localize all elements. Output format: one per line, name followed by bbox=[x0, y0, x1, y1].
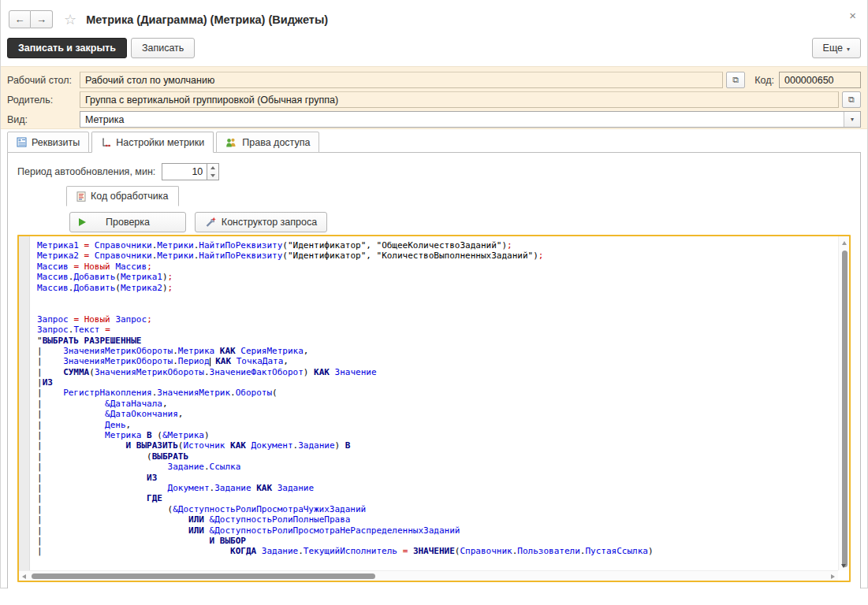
desktop-field[interactable]: Рабочий стол по умолчанию bbox=[80, 72, 723, 88]
code-line: | ИЛИ &ДоступностьРолиПросмотраНеРаспред… bbox=[37, 525, 838, 536]
tab-access-rights[interactable]: Права доступа bbox=[216, 132, 319, 153]
play-icon bbox=[79, 218, 86, 226]
code-line: Массив.Добавить(Метрика2); bbox=[37, 283, 838, 293]
main-tabs: Реквизиты Настройки метрики Права доступ… bbox=[7, 132, 861, 152]
kind-label: Вид: bbox=[7, 114, 80, 125]
form-icon bbox=[17, 137, 27, 147]
forward-icon: → bbox=[36, 13, 47, 25]
parent-label: Родитель: bbox=[7, 95, 80, 106]
metric-settings-panel: Период автообновления, мин: Код обработч… bbox=[7, 152, 861, 588]
nav-buttons: ← → bbox=[9, 10, 53, 28]
scroll-up-icon[interactable] bbox=[842, 241, 847, 245]
tab-label: Настройки метрики bbox=[116, 137, 204, 148]
window-title: Метрика (Диаграмма) (Метрика) (Виджеты) bbox=[86, 13, 328, 26]
code-line: | &ДатаОкончания, bbox=[37, 409, 838, 419]
close-icon[interactable]: × bbox=[849, 9, 856, 21]
horizontal-scroll-thumb[interactable] bbox=[32, 573, 375, 579]
code-document-icon bbox=[76, 191, 86, 202]
kind-row: Вид: Метрика ▾ bbox=[7, 111, 861, 128]
users-icon bbox=[225, 137, 237, 147]
vertical-scrollbar[interactable] bbox=[838, 236, 849, 570]
refresh-period-label: Период автообновления, мин: bbox=[17, 166, 155, 177]
form-fields-area: Рабочий стол: Рабочий стол по умолчанию … bbox=[1, 66, 867, 129]
more-label: Еще bbox=[823, 43, 843, 54]
parent-field[interactable]: Группа с вертикальной группировкой (Обыч… bbox=[80, 91, 839, 108]
code-line: | И ВЫРАЗИТЬ(Источник КАК Документ.Задан… bbox=[37, 440, 838, 451]
scroll-down-icon[interactable] bbox=[841, 564, 846, 568]
code-line: | &ДатаНачала, bbox=[37, 399, 838, 409]
chevron-down-icon: ▾ bbox=[851, 116, 854, 123]
refresh-period-stepper[interactable] bbox=[207, 163, 219, 180]
code-line bbox=[37, 293, 838, 303]
titlebar: ← → ☆ Метрика (Диаграмма) (Метрика) (Вид… bbox=[1, 0, 867, 36]
axes-icon bbox=[101, 137, 111, 147]
code-field[interactable]: 000000650 bbox=[779, 72, 861, 88]
code-line: | Задание.Ссылка bbox=[37, 462, 838, 472]
code-line: | ИЗ bbox=[37, 473, 838, 483]
code-line: | КОГДА Задание.ТекущийИсполнитель = ЗНА… bbox=[37, 546, 838, 556]
step-up-icon[interactable] bbox=[207, 164, 218, 172]
parent-row: Родитель: Группа с вертикальной группиро… bbox=[7, 91, 861, 108]
code-line: Метрика2 = Справочники.Метрики.НайтиПоРе… bbox=[37, 251, 838, 261]
step-down-icon[interactable] bbox=[207, 172, 218, 180]
tab-requisites[interactable]: Реквизиты bbox=[7, 132, 89, 153]
code-line: |ИЗ bbox=[37, 377, 838, 388]
kind-value: Метрика bbox=[85, 114, 124, 125]
code-line: Массив.Добавить(Метрика1); bbox=[37, 272, 838, 282]
code-line: | Документ.Задание КАК Задание bbox=[37, 483, 838, 493]
save-button[interactable]: Записать bbox=[131, 38, 195, 58]
tab-label: Реквизиты bbox=[32, 137, 80, 148]
chevron-down-icon: ▾ bbox=[847, 46, 850, 53]
code-line: | Метрика В (&Метрика) bbox=[37, 430, 838, 440]
scroll-right-icon[interactable] bbox=[831, 574, 835, 579]
scroll-left-icon[interactable] bbox=[22, 574, 26, 579]
query-wizard-icon bbox=[205, 217, 216, 228]
forward-button[interactable]: → bbox=[31, 10, 53, 28]
editor-actions: Проверка Конструктор запроса bbox=[69, 208, 851, 232]
query-builder-label: Конструктор запроса bbox=[222, 217, 317, 228]
favorite-star-icon[interactable]: ☆ bbox=[64, 11, 76, 28]
refresh-period-input[interactable] bbox=[162, 163, 207, 180]
vertical-scroll-thumb[interactable] bbox=[842, 251, 848, 567]
tab-handler-code[interactable]: Код обработчика bbox=[66, 186, 179, 206]
code-line: Запрос = Новый Запрос; bbox=[37, 314, 838, 325]
code-line: Запрос.Текст = bbox=[37, 325, 838, 335]
kind-dropdown-button[interactable]: ▾ bbox=[844, 112, 860, 127]
tab-metric-settings[interactable]: Настройки метрики bbox=[91, 132, 214, 153]
code-label: Код: bbox=[754, 75, 774, 86]
desktop-row: Рабочий стол: Рабочий стол по умолчанию … bbox=[7, 72, 861, 88]
horizontal-scrollbar[interactable] bbox=[19, 570, 838, 581]
query-builder-button[interactable]: Конструктор запроса bbox=[195, 212, 327, 232]
open-picker-icon: ⧉ bbox=[848, 95, 855, 105]
parent-picker-button[interactable]: ⧉ bbox=[842, 91, 861, 108]
code-line: | ЗначенияМетрикОбороты.Период КАК Точка… bbox=[37, 356, 838, 366]
kind-field[interactable]: Метрика ▾ bbox=[80, 111, 861, 128]
code-line: | (ВЫБРАТЬ bbox=[37, 451, 838, 462]
handler-tabs: Код обработчика bbox=[66, 186, 851, 206]
code-line: | СУММА(ЗначенияМетрикОбороты.ЗначениеФа… bbox=[37, 367, 838, 377]
open-picker-icon: ⧉ bbox=[732, 75, 739, 85]
code-line: | (&ДоступностьРолиПросмотраЧужихЗаданий bbox=[37, 504, 838, 514]
tab-label: Код обработчика bbox=[91, 191, 169, 202]
code-line: Массив = Новый Массив; bbox=[37, 262, 838, 272]
desktop-label: Рабочий стол: bbox=[7, 75, 80, 86]
more-button[interactable]: Еще▾ bbox=[812, 38, 861, 58]
code-line: | РегистрНакопления.ЗначенияМетрик.Оборо… bbox=[37, 388, 838, 398]
form-window: ← → ☆ Метрика (Диаграмма) (Метрика) (Вид… bbox=[0, 0, 868, 588]
back-button[interactable]: ← bbox=[9, 10, 31, 28]
code-line: | ГДЕ bbox=[37, 493, 838, 503]
code-line: Метрика1 = Справочники.Метрики.НайтиПоРе… bbox=[37, 240, 838, 251]
code-line: | ЗначенияМетрикОбороты.Метрика КАК Сери… bbox=[37, 346, 838, 356]
back-icon: ← bbox=[15, 13, 25, 25]
code-line: | ИЛИ &ДоступностьРолиПолныеПрава bbox=[37, 514, 838, 525]
code-line: "ВЫБРАТЬ РАЗРЕШЕННЫЕ bbox=[37, 336, 838, 346]
editor-gutter bbox=[19, 236, 30, 570]
code-lines[interactable]: Метрика1 = Справочники.Метрики.НайтиПоРе… bbox=[31, 236, 838, 570]
tab-label: Права доступа bbox=[242, 137, 310, 148]
save-and-close-button[interactable]: Записать и закрыть bbox=[7, 38, 127, 58]
refresh-period-row: Период автообновления, мин: bbox=[17, 162, 851, 181]
desktop-picker-button[interactable]: ⧉ bbox=[726, 72, 745, 88]
check-button[interactable]: Проверка bbox=[69, 212, 186, 232]
code-line: | День, bbox=[37, 420, 838, 430]
code-editor[interactable]: Метрика1 = Справочники.Метрики.НайтиПоРе… bbox=[17, 235, 851, 582]
